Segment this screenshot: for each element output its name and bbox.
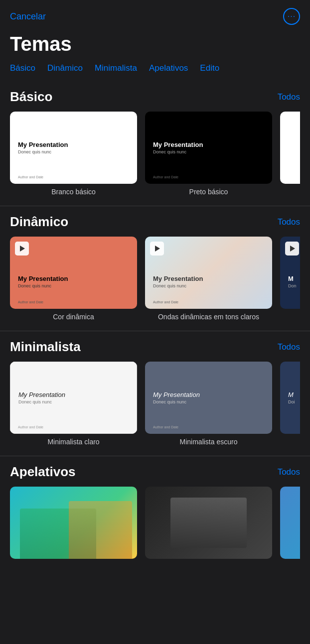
more-dots-icon: ··· — [288, 12, 296, 20]
apelativos-templates-row — [10, 487, 300, 569]
section-minimalista: Minimalista Todos My Presentation Donec … — [0, 331, 310, 456]
play-icon-partial — [285, 242, 299, 256]
thumb-minimal-dark-bg: My Presentation Donec quis nunc Author a… — [145, 362, 272, 434]
thumb-waves-bg: My Presentation Donec quis nunc Author a… — [145, 237, 272, 309]
thumb-minimal-dark-title: My Presentation — [153, 391, 264, 398]
template-branco-basico[interactable]: My Presentation Donec quis nunc Author a… — [10, 112, 137, 196]
play-icon-coral — [15, 242, 29, 256]
section-apelativos-all[interactable]: Todos — [278, 467, 300, 477]
section-dinamico-title: Dinâmico — [10, 214, 68, 230]
thumb-apelativos-1 — [10, 487, 137, 559]
template-basico-partial[interactable] — [280, 112, 300, 196]
template-cor-dinamica[interactable]: My Presentation Donec quis nunc Author a… — [10, 237, 137, 321]
thumb-minimal-light-subtitle: Donec quis nunc — [18, 399, 129, 404]
section-minimalista-title: Minimalista — [10, 339, 81, 355]
thumb-minimalista-claro: My Presentation Donec quis nunc Author a… — [10, 362, 137, 434]
silhouette2 — [69, 501, 133, 559]
thumb-white-author: Author and Date — [18, 175, 43, 179]
thumb-partial-dark-bg: M Don — [280, 237, 300, 309]
thumb-waves-title: My Presentation — [153, 275, 264, 282]
tab-dinamico[interactable]: Dinâmico — [47, 63, 83, 73]
cancel-button[interactable]: Cancelar — [10, 11, 46, 22]
thumb-minimalista-partial: M Doi — [280, 362, 300, 434]
thumb-ondas-dinamicas: My Presentation Donec quis nunc Author a… — [145, 237, 272, 309]
thumb-branco-basico: My Presentation Donec quis nunc Author a… — [10, 112, 137, 184]
thumb-apelativos-2 — [145, 487, 272, 559]
thumb-coral-author: Author and Date — [18, 300, 43, 304]
thumb-min-partial-title: M — [288, 391, 300, 398]
thumb-waves-author: Author and Date — [153, 300, 178, 304]
thumb-partial-bg — [280, 112, 300, 184]
basico-templates-row: My Presentation Donec quis nunc Author a… — [10, 112, 300, 202]
label-branco-basico: Branco básico — [51, 188, 96, 196]
template-apelativos-partial[interactable] — [280, 487, 300, 563]
minimalista-templates-row: My Presentation Donec quis nunc Author a… — [10, 362, 300, 452]
thumb-black-title: My Presentation — [153, 141, 264, 148]
thumb-minimal-light-bg: My Presentation Donec quis nunc Author a… — [10, 362, 137, 434]
section-basico-all[interactable]: Todos — [278, 92, 300, 102]
dark-silhouette — [170, 498, 247, 548]
template-minimalista-partial[interactable]: M Doi — [280, 362, 300, 446]
thumb-dinamico-partial: M Don — [280, 237, 300, 309]
template-minimalista-claro[interactable]: My Presentation Donec quis nunc Author a… — [10, 362, 137, 446]
thumb-partial-subtitle: Don — [288, 283, 300, 288]
thumb-black-bg: My Presentation Donec quis nunc Author a… — [145, 112, 272, 184]
play-icon-waves — [150, 242, 164, 256]
thumb-min-partial-subtitle: Doi — [288, 399, 300, 404]
section-minimalista-all[interactable]: Todos — [278, 342, 300, 352]
thumb-minimal-light-title: My Presentation — [18, 391, 129, 398]
label-minimalista-escuro: Minimalista escuro — [180, 438, 238, 446]
thumb-preto-basico: My Presentation Donec quis nunc Author a… — [145, 112, 272, 184]
label-preto-basico: Preto básico — [189, 188, 228, 196]
thumb-apel-partial-bg — [280, 487, 300, 559]
thumb-cor-dinamica: My Presentation Donec quis nunc Author a… — [10, 237, 137, 309]
thumb-black-subtitle: Donec quis nunc — [153, 149, 264, 154]
thumb-white-bg: My Presentation Donec quis nunc Author a… — [10, 112, 137, 184]
thumb-coral-subtitle: Donec quis nunc — [18, 283, 129, 288]
thumb-black-author: Author and Date — [153, 175, 178, 179]
thumb-apelativos-bg1 — [10, 487, 137, 559]
section-apelativos: Apelativos Todos — [0, 456, 310, 573]
section-minimalista-header: Minimalista Todos — [10, 339, 300, 355]
thumb-coral-bg: My Presentation Donec quis nunc Author a… — [10, 237, 137, 309]
header: Cancelar ··· — [0, 0, 310, 29]
thumb-partial-title: M — [288, 275, 300, 282]
section-basico-title: Básico — [10, 89, 52, 105]
tab-apelativos[interactable]: Apelativos — [149, 63, 188, 73]
thumb-minimal-dark-subtitle: Donec quis nunc — [153, 399, 264, 404]
section-basico-header: Básico Todos — [10, 89, 300, 105]
thumb-waves-subtitle: Donec quis nunc — [153, 283, 264, 288]
thumb-white-title: My Presentation — [18, 141, 129, 148]
play-triangle-coral — [20, 246, 25, 252]
label-cor-dinamica: Cor dinâmica — [53, 313, 94, 321]
more-button[interactable]: ··· — [283, 8, 300, 25]
template-preto-basico[interactable]: My Presentation Donec quis nunc Author a… — [145, 112, 272, 196]
section-dinamico: Dinâmico Todos My Presentation Donec qui… — [0, 206, 310, 331]
thumb-minimalista-escuro: My Presentation Donec quis nunc Author a… — [145, 362, 272, 434]
section-dinamico-all[interactable]: Todos — [278, 217, 300, 227]
tab-edito[interactable]: Edito — [200, 63, 219, 73]
template-apelativos-1[interactable] — [10, 487, 137, 563]
label-minimalista-claro: Minimalista claro — [47, 438, 99, 446]
template-minimalista-escuro[interactable]: My Presentation Donec quis nunc Author a… — [145, 362, 272, 446]
thumb-white-subtitle: Donec quis nunc — [18, 149, 129, 154]
category-tabs: Básico Dinâmico Minimalista Apelativos E… — [0, 63, 310, 81]
section-basico: Básico Todos My Presentation Donec quis … — [0, 81, 310, 206]
page-title: Temas — [0, 29, 310, 63]
thumb-apelativos-bg2 — [145, 487, 272, 559]
section-apelativos-title: Apelativos — [10, 464, 76, 480]
template-ondas-dinamicas[interactable]: My Presentation Donec quis nunc Author a… — [145, 237, 272, 321]
label-ondas-dinamicas: Ondas dinâmicas em tons claros — [158, 313, 259, 321]
tab-minimalista[interactable]: Minimalista — [95, 63, 137, 73]
thumb-coral-title: My Presentation — [18, 275, 129, 282]
play-triangle-waves — [155, 246, 160, 252]
template-apelativos-2[interactable] — [145, 487, 272, 563]
thumb-basico-partial — [280, 112, 300, 184]
play-triangle-partial — [290, 246, 295, 252]
dinamico-templates-row: My Presentation Donec quis nunc Author a… — [10, 237, 300, 327]
thumb-apelativos-partial — [280, 487, 300, 559]
section-apelativos-header: Apelativos Todos — [10, 464, 300, 480]
template-dinamico-partial[interactable]: M Don — [280, 237, 300, 321]
apelativos-people — [10, 487, 137, 559]
tab-basico[interactable]: Básico — [10, 63, 35, 73]
